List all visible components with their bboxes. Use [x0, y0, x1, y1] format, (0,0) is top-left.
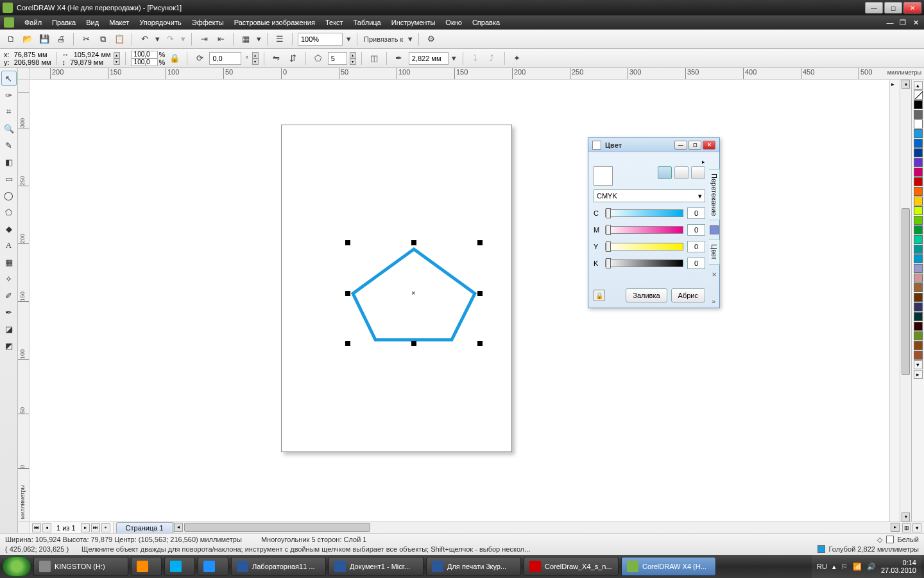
convert-button[interactable]: ✦: [510, 51, 524, 66]
fill-tool[interactable]: ◪: [1, 321, 17, 337]
shape-tool[interactable]: ✑: [1, 87, 17, 103]
palette-swatch[interactable]: [914, 206, 923, 215]
selection-handle[interactable]: [477, 291, 483, 296]
palette-swatch[interactable]: [914, 100, 923, 109]
menu-file[interactable]: Файл: [19, 15, 47, 30]
redo-button[interactable]: ↷: [163, 32, 177, 46]
menu-effects[interactable]: Эффекты: [187, 15, 229, 30]
fill-swatch[interactable]: [886, 536, 894, 543]
docker-minimize-button[interactable]: —: [674, 141, 687, 150]
crop-tool[interactable]: ⌗: [1, 104, 17, 119]
no-color-swatch[interactable]: [914, 91, 923, 100]
paste-button[interactable]: 📋: [112, 32, 126, 46]
size-spinner[interactable]: ▴▾: [114, 52, 120, 65]
zoom-input[interactable]: [298, 33, 343, 46]
language-indicator[interactable]: RU: [817, 563, 827, 570]
save-button[interactable]: 💾: [37, 32, 51, 46]
taskbar-item[interactable]: KINGSTON (H:): [33, 557, 128, 576]
palette-swatch[interactable]: [914, 322, 923, 331]
sides-spinner[interactable]: ▴▾: [350, 52, 356, 65]
palette-swatch[interactable]: [914, 148, 923, 157]
close-button[interactable]: ✕: [903, 2, 921, 13]
channel-value[interactable]: 0: [687, 258, 705, 269]
polygon-tool[interactable]: ⬠: [1, 204, 17, 220]
palette-up-button[interactable]: ▴: [914, 81, 923, 90]
palette-swatch[interactable]: [914, 302, 923, 311]
options-button[interactable]: ⚙: [424, 32, 438, 46]
taskbar-item[interactable]: Документ1 - Micr...: [329, 557, 424, 576]
scroll-up-button[interactable]: ▴: [902, 80, 910, 89]
welcome-button[interactable]: ☰: [273, 32, 287, 46]
palette-swatch[interactable]: [914, 119, 923, 128]
outline-width-input[interactable]: [409, 52, 449, 65]
palette-swatch[interactable]: [914, 177, 923, 186]
viewer-tab[interactable]: [674, 166, 689, 179]
palette-swatch[interactable]: [914, 264, 923, 273]
menu-help[interactable]: Справка: [467, 15, 505, 30]
last-page-button[interactable]: ⏭: [91, 523, 100, 532]
channel-slider[interactable]: [605, 209, 683, 217]
docker-menu-button[interactable]: ▸: [702, 159, 705, 165]
cut-button[interactable]: ✂: [79, 32, 93, 46]
hscroll-thumb[interactable]: [184, 523, 370, 532]
prev-page-button[interactable]: ◂: [42, 523, 51, 532]
outline-tool[interactable]: ✒: [1, 304, 17, 320]
channel-slider[interactable]: [605, 243, 683, 250]
docker-strip[interactable]: ▸: [889, 80, 900, 521]
table-tool[interactable]: ▦: [1, 254, 17, 270]
menu-edit[interactable]: Правка: [47, 15, 81, 30]
basic-shapes-tool[interactable]: ◆: [1, 221, 17, 236]
channel-value[interactable]: 0: [687, 224, 705, 236]
app-launcher-dropdown[interactable]: ▾: [255, 32, 262, 46]
first-page-button[interactable]: ⏮: [32, 523, 41, 532]
sliders-tab[interactable]: [658, 166, 672, 179]
fill-button[interactable]: Заливка: [626, 288, 667, 302]
maximize-button[interactable]: ◻: [884, 2, 902, 13]
print-button[interactable]: 🖨: [54, 32, 68, 46]
interactive-tool[interactable]: ✧: [1, 271, 17, 286]
palette-swatch[interactable]: [914, 351, 923, 360]
docker-strip-arrow[interactable]: ▸: [891, 81, 894, 87]
copy-button[interactable]: ⧉: [96, 32, 110, 46]
menu-table[interactable]: Таблица: [348, 15, 386, 30]
selection-handle[interactable]: [345, 240, 350, 245]
export-button[interactable]: ⇤: [214, 32, 228, 46]
docker-maximize-button[interactable]: ◻: [689, 141, 701, 150]
open-button[interactable]: 📂: [21, 32, 35, 46]
palette-swatch[interactable]: [914, 312, 923, 321]
channel-slider[interactable]: [605, 226, 683, 234]
tray-network-icon[interactable]: 📶: [853, 563, 862, 571]
selection-handle[interactable]: [477, 240, 483, 245]
taskbar-item[interactable]: [198, 557, 228, 576]
menu-view[interactable]: Вид: [81, 15, 104, 30]
minimize-button[interactable]: —: [865, 2, 883, 13]
wrap-button[interactable]: ⤵: [468, 51, 483, 66]
snap-dropdown[interactable]: ▾: [407, 32, 413, 46]
outline-button[interactable]: Абрис: [671, 288, 705, 302]
palette-swatch[interactable]: [914, 225, 923, 234]
to-curve-button[interactable]: ◫: [367, 51, 381, 66]
taskbar-item[interactable]: CorelDRAW X4 (Н...: [621, 557, 716, 576]
docker-expand[interactable]: »: [712, 297, 715, 305]
side-tab-close[interactable]: ✕: [710, 270, 719, 279]
menu-tools[interactable]: Инструменты: [386, 15, 441, 30]
palette-swatch[interactable]: [914, 341, 923, 350]
clock[interactable]: 0:14 27.03.2010: [881, 559, 916, 574]
palette-swatch[interactable]: [914, 245, 923, 254]
rotation-spinner[interactable]: ▴▾: [252, 52, 259, 65]
selection-center[interactable]: ×: [411, 289, 415, 297]
undo-button[interactable]: ↶: [137, 32, 151, 46]
palette-scroll-down[interactable]: ▾: [914, 360, 923, 369]
mirror-v-button[interactable]: ⇵: [286, 51, 300, 66]
palette-swatch[interactable]: [914, 274, 923, 283]
viewport[interactable]: × Цвет — ◻ ✕ ▸: [30, 80, 900, 521]
horizontal-ruler[interactable]: миллиметры 20015010050050100150200250300…: [18, 68, 924, 80]
interactive-fill-tool[interactable]: ◩: [1, 338, 17, 353]
taskbar-item[interactable]: [164, 557, 195, 576]
selection-handle[interactable]: [345, 291, 350, 296]
zoom-tool[interactable]: 🔍: [1, 121, 17, 136]
taskbar-item[interactable]: Для печати 3кур...: [426, 557, 521, 576]
selection-handle[interactable]: [411, 240, 416, 245]
smart-fill-tool[interactable]: ◧: [1, 154, 17, 170]
lock-ratio-button[interactable]: 🔒: [167, 51, 182, 66]
